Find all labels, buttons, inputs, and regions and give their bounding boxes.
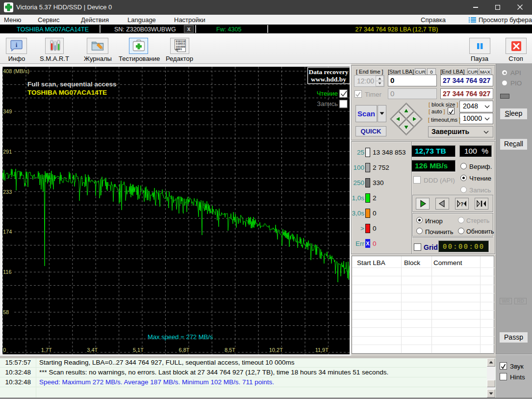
svg-text:www.hdd.by: www.hdd.by — [311, 76, 346, 83]
svg-text:3,4T: 3,4T — [87, 347, 98, 353]
svg-text:116: 116 — [3, 269, 12, 275]
svg-text:233: 233 — [3, 189, 12, 195]
svg-text:i: i — [16, 41, 18, 49]
svg-text:Max speed = 272 MB/s: Max speed = 272 MB/s — [148, 333, 213, 341]
svg-text:Чтение: Чтение — [317, 90, 338, 97]
svg-text:6,8T: 6,8T — [178, 347, 189, 353]
svg-text:8,5T: 8,5T — [225, 347, 235, 353]
svg-text:Full scan, sequential access: Full scan, sequential access — [27, 80, 117, 88]
svg-text:11,9T: 11,9T — [315, 347, 329, 353]
svg-text:10,2T: 10,2T — [269, 347, 283, 353]
svg-text:1,7T: 1,7T — [41, 347, 52, 353]
svg-text:0: 0 — [3, 347, 6, 353]
svg-text:174: 174 — [3, 229, 12, 235]
svg-text:291: 291 — [3, 149, 12, 155]
svg-text:58: 58 — [3, 309, 9, 315]
svg-text:0001: 0001 — [176, 48, 182, 51]
svg-text:5,1T: 5,1T — [133, 347, 144, 353]
svg-text:?: ? — [460, 201, 464, 207]
svg-text:TOSHIBA MG07ACA14TE: TOSHIBA MG07ACA14TE — [27, 89, 107, 96]
svg-text:Запись: Запись — [317, 100, 338, 107]
svg-text:Data recovery: Data recovery — [308, 68, 348, 76]
svg-text:408 (MB/s): 408 (MB/s) — [3, 68, 29, 74]
svg-text:349: 349 — [3, 108, 12, 114]
